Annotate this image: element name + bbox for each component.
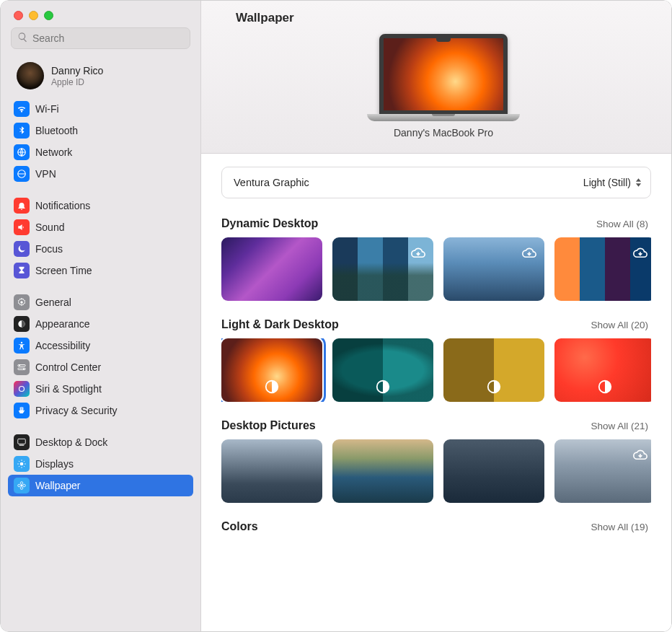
device-preview [367,34,520,121]
download-icon [632,243,648,262]
bell-icon [14,198,30,214]
sidebar-item-network[interactable]: Network [8,141,193,163]
sidebar-item-notifications[interactable]: Notifications [8,195,193,216]
current-wallpaper-name: Ventura Graphic [234,177,309,188]
download-icon [410,243,426,262]
svg-point-14 [20,482,23,485]
updown-icon [635,178,642,187]
sidebar-item-bluetooth[interactable]: Bluetooth [8,120,193,141]
svg-point-2 [20,301,23,304]
category-colors: Colors Show All (19) [221,520,651,533]
wallpaper-thumb[interactable] [221,338,322,402]
user-name: Danny Rico [51,65,103,76]
minimize-window-button[interactable] [29,11,38,20]
light-dark-icon [375,379,391,398]
light-dark-icon [597,379,613,398]
sidebar-item-appleid[interactable]: Danny Rico Apple ID [1,56,200,97]
download-icon [632,445,648,464]
svg-point-12 [20,462,24,466]
category-dynamic-desktop: Dynamic Desktop Show All (8) [221,217,651,301]
appearance-icon [14,316,30,332]
wallpaper-thumb[interactable] [443,439,544,503]
sidebar-item-privacy[interactable]: Privacy & Security [8,400,193,421]
wallpaper-mode-select[interactable]: Light (Still) [582,175,643,190]
wifi-icon [14,101,30,117]
show-all-button[interactable]: Show All (8) [596,219,648,229]
category-desktop-pictures: Desktop Pictures Show All (21) [221,419,651,503]
wallpaper-preview: Danny's MacBook Pro [236,34,651,153]
show-all-button[interactable]: Show All (21) [591,421,648,431]
category-title: Light & Dark Desktop [221,318,339,331]
svg-point-17 [23,484,26,487]
svg-point-15 [20,487,23,490]
svg-point-9 [19,387,25,392]
category-title: Dynamic Desktop [221,217,318,230]
avatar [17,62,44,89]
show-all-button[interactable]: Show All (20) [591,320,648,330]
wallpaper-thumb[interactable] [221,237,322,301]
wallpaper-thumb[interactable] [443,237,544,301]
accessibility-icon [14,338,30,354]
svg-rect-10 [18,439,26,444]
show-all-button[interactable]: Show All (19) [591,522,648,532]
sidebar-list: Wi-Fi Bluetooth Network VPN Notification… [1,97,200,631]
header: Wallpaper Danny's MacBook Pro [201,1,671,154]
svg-rect-11 [19,445,25,446]
moon-icon [14,241,30,257]
window-controls [1,1,200,27]
flower-icon [14,478,30,493]
sidebar-item-displays[interactable]: Displays [8,453,193,475]
wallpaper-thumb[interactable] [332,237,433,301]
dock-icon [14,434,30,450]
wallpaper-thumb[interactable] [221,439,322,503]
light-dark-icon [486,379,502,398]
wallpaper-thumb[interactable] [332,338,433,402]
wallpaper-thumb[interactable] [554,338,651,402]
sidebar-item-desktop-dock[interactable]: Desktop & Dock [8,431,193,453]
sidebar-item-accessibility[interactable]: Accessibility [8,335,193,356]
device-name: Danny's MacBook Pro [394,127,493,139]
brightness-icon [14,456,30,472]
svg-point-4 [21,342,22,343]
vpn-icon [14,166,30,182]
speaker-icon [14,219,30,235]
wallpaper-thumb[interactable] [332,439,433,503]
category-title: Desktop Pictures [221,419,316,432]
main-content: Wallpaper Danny's MacBook Pro Ventura Gr… [201,1,671,631]
user-sub: Apple ID [51,77,103,87]
svg-point-6 [19,365,20,367]
page-title: Wallpaper [236,11,651,25]
sidebar-item-general[interactable]: General [8,291,193,313]
search-field[interactable] [11,27,190,49]
sidebar-item-wallpaper[interactable]: Wallpaper [8,475,193,496]
close-window-button[interactable] [14,11,23,20]
sidebar: Danny Rico Apple ID Wi-Fi Bluetooth Netw… [1,1,201,631]
hourglass-icon [14,263,30,278]
sidebar-item-sound[interactable]: Sound [8,216,193,238]
search-icon [17,32,28,45]
sidebar-item-vpn[interactable]: VPN [8,163,193,185]
sidebar-item-screentime[interactable]: Screen Time [8,260,193,281]
sidebar-item-wifi[interactable]: Wi-Fi [8,98,193,120]
wallpaper-thumb[interactable] [443,338,544,402]
wallpaper-thumb[interactable] [554,237,651,301]
bluetooth-icon [14,123,30,139]
category-title: Colors [221,520,258,533]
switches-icon [14,359,30,375]
search-input[interactable] [32,32,184,44]
light-dark-icon [264,379,280,398]
wallpaper-thumb[interactable] [554,439,651,503]
sidebar-item-focus[interactable]: Focus [8,238,193,260]
current-wallpaper-bar: Ventura Graphic Light (Still) [221,167,651,198]
svg-point-16 [18,484,21,487]
siri-icon [14,381,30,397]
sidebar-item-appearance[interactable]: Appearance [8,313,193,335]
fullscreen-window-button[interactable] [44,11,53,20]
sidebar-item-siri[interactable]: Siri & Spotlight [8,378,193,400]
globe-icon [14,144,30,160]
svg-point-8 [23,368,25,369]
gear-icon [14,294,30,310]
sidebar-item-controlcenter[interactable]: Control Center [8,356,193,378]
hand-icon [14,403,30,418]
category-light-dark: Light & Dark Desktop Show All (20) [221,318,651,402]
